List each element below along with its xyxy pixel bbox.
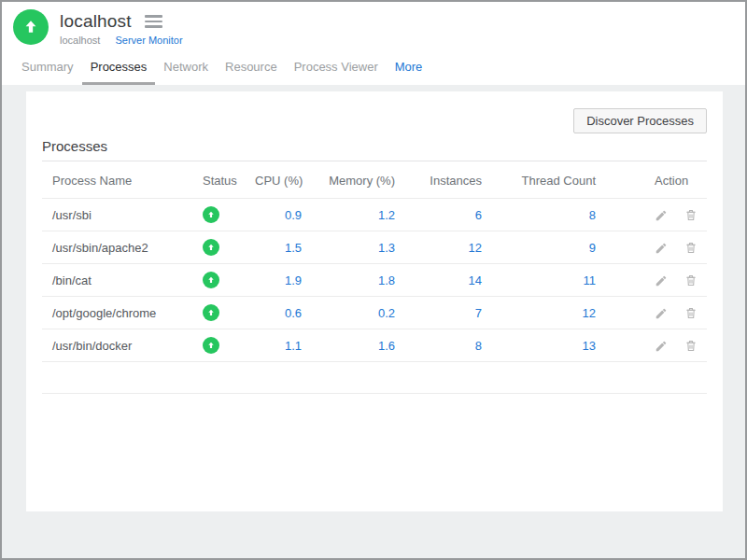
- status-up-icon: [203, 337, 219, 354]
- monitor-status-up-icon: [13, 9, 49, 45]
- col-action: Action: [603, 161, 707, 199]
- col-process-name: Process Name: [42, 161, 195, 199]
- memory-value[interactable]: 1.2: [378, 208, 395, 222]
- col-cpu: CPU (%): [247, 161, 309, 199]
- up-arrow-icon: [21, 18, 40, 36]
- status-up-icon: [203, 272, 219, 288]
- col-thread-count: Thread Count: [489, 161, 603, 199]
- table-row: /bin/cat 1.9 1.8 14 11: [42, 264, 707, 297]
- pencil-icon[interactable]: [655, 274, 668, 287]
- thread-count-value[interactable]: 9: [589, 241, 596, 255]
- trash-icon[interactable]: [684, 273, 698, 287]
- table-row: /opt/google/chrome 0.6 0.2 7 12: [42, 297, 707, 329]
- trash-icon[interactable]: [684, 241, 698, 255]
- server-monitor-link[interactable]: Server Monitor: [115, 35, 182, 46]
- tab-resource[interactable]: Resource: [217, 49, 286, 85]
- instances-value[interactable]: 8: [475, 339, 482, 353]
- col-instances: Instances: [402, 161, 489, 199]
- process-name: /opt/google/chrome: [52, 306, 156, 320]
- page-body: Discover Processes Processes Process Nam…: [2, 85, 745, 511]
- table-row: /usr/bin/docker 1.1 1.6 8 13: [42, 329, 707, 362]
- tab-summary[interactable]: Summary: [13, 49, 82, 85]
- trash-icon[interactable]: [684, 208, 698, 222]
- app-window: localhost localhost Server Monitor Summa…: [0, 0, 747, 560]
- card-toolbar: Discover Processes: [42, 108, 707, 133]
- discover-processes-button[interactable]: Discover Processes: [573, 108, 707, 133]
- thread-count-value[interactable]: 12: [583, 306, 596, 320]
- process-name: /usr/sbin/apache2: [52, 241, 148, 255]
- instances-value[interactable]: 14: [469, 273, 482, 287]
- pencil-icon[interactable]: [655, 307, 668, 320]
- memory-value[interactable]: 1.6: [378, 339, 395, 353]
- col-memory: Memory (%): [309, 161, 402, 199]
- col-status: Status: [195, 161, 247, 199]
- tab-processes[interactable]: Processes: [82, 49, 156, 85]
- empty-table-row: [42, 362, 707, 394]
- memory-value[interactable]: 1.8: [378, 273, 395, 287]
- monitor-header: localhost localhost Server Monitor Summa…: [2, 2, 745, 85]
- cpu-value[interactable]: 1.5: [285, 241, 302, 255]
- table-row: /usr/sbin/apache2 1.5 1.3 12 9: [42, 231, 707, 264]
- table-header-row: Process Name Status CPU (%) Memory (%) I…: [42, 161, 707, 199]
- section-title: Processes: [42, 138, 707, 161]
- memory-value[interactable]: 0.2: [378, 306, 395, 320]
- trash-icon[interactable]: [684, 339, 698, 353]
- cpu-value[interactable]: 0.9: [285, 208, 302, 222]
- cpu-value[interactable]: 1.1: [285, 339, 302, 353]
- page-title: localhost: [60, 11, 132, 32]
- instances-value[interactable]: 12: [469, 241, 482, 255]
- monitor-name-label: localhost: [60, 35, 100, 46]
- cpu-value[interactable]: 1.9: [285, 273, 302, 287]
- pencil-icon[interactable]: [655, 340, 668, 353]
- process-name: /usr/bin/docker: [52, 339, 132, 353]
- trash-icon[interactable]: [684, 306, 698, 320]
- instances-value[interactable]: 7: [475, 306, 482, 320]
- process-name: /usr/sbi: [52, 208, 92, 222]
- pencil-icon[interactable]: [655, 209, 668, 222]
- thread-count-value[interactable]: 8: [589, 208, 596, 222]
- processes-card: Discover Processes Processes Process Nam…: [26, 91, 723, 511]
- status-up-icon: [203, 206, 219, 223]
- tab-more[interactable]: More: [387, 49, 431, 85]
- thread-count-value[interactable]: 11: [584, 273, 597, 287]
- thread-count-value[interactable]: 13: [583, 339, 596, 353]
- status-up-icon: [203, 304, 219, 321]
- tab-network[interactable]: Network: [155, 49, 217, 85]
- instances-value[interactable]: 6: [475, 208, 482, 222]
- table-row: /usr/sbi 0.9 1.2 6 8: [42, 199, 707, 231]
- cpu-value[interactable]: 0.6: [285, 306, 302, 320]
- processes-table: Process Name Status CPU (%) Memory (%) I…: [42, 161, 707, 394]
- memory-value[interactable]: 1.3: [378, 241, 395, 255]
- hamburger-menu-icon[interactable]: [145, 12, 162, 31]
- tab-process-viewer[interactable]: Process Viewer: [286, 49, 387, 85]
- status-up-icon: [203, 239, 219, 256]
- tab-bar: Summary Processes Network Resource Proce…: [2, 49, 745, 85]
- pencil-icon[interactable]: [655, 242, 668, 255]
- process-name: /bin/cat: [52, 273, 92, 287]
